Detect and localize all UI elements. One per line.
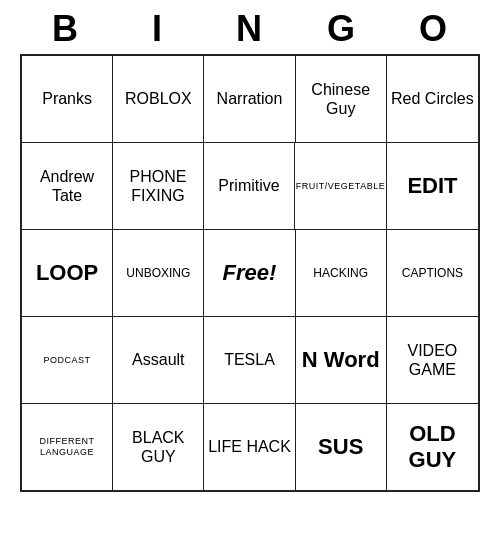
- bingo-cell-0-1: ROBLOX: [113, 56, 204, 142]
- bingo-cell-3-2: TESLA: [204, 317, 295, 403]
- cell-text-1-1: PHONE FIXING: [116, 167, 200, 205]
- bingo-cell-4-0: DIFFERENT LANGUAGE: [22, 404, 113, 490]
- bingo-cell-4-1: BLACK GUY: [113, 404, 204, 490]
- bingo-cell-1-2: Primitive: [204, 143, 295, 229]
- cell-text-0-0: Pranks: [42, 89, 92, 108]
- bingo-cell-3-0: PODCAST: [22, 317, 113, 403]
- bingo-cell-1-1: PHONE FIXING: [113, 143, 204, 229]
- title-i: I: [118, 8, 198, 50]
- bingo-cell-0-2: Narration: [204, 56, 295, 142]
- cell-text-3-0: PODCAST: [44, 355, 91, 366]
- cell-text-2-0: LOOP: [36, 260, 98, 286]
- bingo-cell-4-2: LIFE HACK: [204, 404, 295, 490]
- bingo-row-2: LOOPUNBOXINGFree!HACKINGCAPTIONS: [22, 230, 478, 317]
- cell-text-3-3: N Word: [302, 347, 380, 373]
- title-o: O: [394, 8, 474, 50]
- cell-text-1-0: Andrew Tate: [25, 167, 109, 205]
- cell-text-4-0: DIFFERENT LANGUAGE: [25, 436, 109, 458]
- bingo-grid: PranksROBLOXNarrationChinese GuyRed Circ…: [20, 54, 480, 492]
- bingo-cell-2-0: LOOP: [22, 230, 113, 316]
- cell-text-0-2: Narration: [217, 89, 283, 108]
- cell-text-3-1: Assault: [132, 350, 184, 369]
- cell-text-4-1: BLACK GUY: [116, 428, 200, 466]
- cell-text-2-2: Free!: [223, 260, 277, 286]
- cell-text-0-4: Red Circles: [391, 89, 474, 108]
- cell-text-4-4: OLD GUY: [390, 421, 475, 474]
- cell-text-0-1: ROBLOX: [125, 89, 192, 108]
- bingo-title: B I N G O: [20, 0, 480, 54]
- cell-text-4-3: SUS: [318, 434, 363, 460]
- cell-text-3-4: VIDEO GAME: [390, 341, 475, 379]
- bingo-cell-0-0: Pranks: [22, 56, 113, 142]
- bingo-cell-3-4: VIDEO GAME: [387, 317, 478, 403]
- bingo-row-0: PranksROBLOXNarrationChinese GuyRed Circ…: [22, 56, 478, 143]
- bingo-cell-2-2: Free!: [204, 230, 295, 316]
- cell-text-2-3: HACKING: [313, 266, 368, 280]
- cell-text-4-2: LIFE HACK: [208, 437, 291, 456]
- bingo-cell-2-4: CAPTIONS: [387, 230, 478, 316]
- title-b: B: [26, 8, 106, 50]
- bingo-cell-4-4: OLD GUY: [387, 404, 478, 490]
- bingo-cell-2-1: UNBOXING: [113, 230, 204, 316]
- cell-text-2-4: CAPTIONS: [402, 266, 463, 280]
- bingo-row-4: DIFFERENT LANGUAGEBLACK GUYLIFE HACKSUSO…: [22, 404, 478, 490]
- cell-text-0-3: Chinese Guy: [299, 80, 383, 118]
- bingo-cell-2-3: HACKING: [296, 230, 387, 316]
- bingo-cell-1-3: FRUIT/VEGETABLE: [295, 143, 387, 229]
- bingo-cell-3-1: Assault: [113, 317, 204, 403]
- bingo-row-1: Andrew TatePHONE FIXINGPrimitiveFRUIT/VE…: [22, 143, 478, 230]
- bingo-cell-0-3: Chinese Guy: [296, 56, 387, 142]
- cell-text-2-1: UNBOXING: [126, 266, 190, 280]
- bingo-row-3: PODCASTAssaultTESLAN WordVIDEO GAME: [22, 317, 478, 404]
- bingo-cell-3-3: N Word: [296, 317, 387, 403]
- cell-text-3-2: TESLA: [224, 350, 275, 369]
- bingo-cell-1-0: Andrew Tate: [22, 143, 113, 229]
- bingo-cell-1-4: EDIT: [387, 143, 478, 229]
- bingo-cell-0-4: Red Circles: [387, 56, 478, 142]
- cell-text-1-3: FRUIT/VEGETABLE: [296, 181, 385, 192]
- bingo-cell-4-3: SUS: [296, 404, 387, 490]
- cell-text-1-4: EDIT: [407, 173, 457, 199]
- cell-text-1-2: Primitive: [218, 176, 279, 195]
- title-g: G: [302, 8, 382, 50]
- title-n: N: [210, 8, 290, 50]
